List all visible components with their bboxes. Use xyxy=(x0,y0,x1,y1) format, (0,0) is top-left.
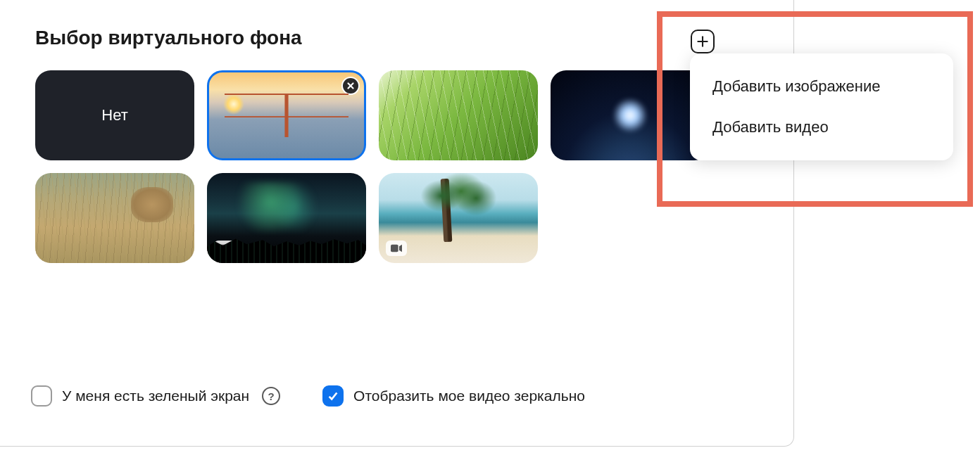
svg-marker-7 xyxy=(399,245,402,252)
panel-title: Выбор виртуального фона xyxy=(35,27,758,49)
add-video-menu-item[interactable]: Добавить видео xyxy=(690,107,953,148)
help-icon[interactable]: ? xyxy=(262,387,280,405)
background-beach-tile[interactable] xyxy=(379,173,538,263)
green-screen-option: У меня есть зеленый экран ? xyxy=(31,385,280,407)
mirror-video-option: Отобразить мое видео зеркально xyxy=(322,385,585,407)
background-cougar-tile[interactable] xyxy=(35,173,194,263)
background-bridge-tile[interactable] xyxy=(207,70,366,160)
virtual-background-panel: Выбор виртуального фона Нет xyxy=(0,0,794,447)
add-image-menu-item[interactable]: Добавить изображение xyxy=(690,66,953,107)
plus-icon xyxy=(696,34,710,49)
svg-rect-4 xyxy=(219,245,227,252)
remove-background-button[interactable] xyxy=(341,77,360,95)
mirror-video-checkbox[interactable] xyxy=(322,385,344,407)
mirror-video-label: Отобразить мое видео зеркально xyxy=(353,388,585,404)
video-camera-icon xyxy=(219,244,230,252)
none-label: Нет xyxy=(101,106,127,124)
video-badge xyxy=(386,241,407,256)
background-aurora-tile[interactable] xyxy=(207,173,366,263)
svg-rect-6 xyxy=(391,245,398,252)
background-grass-tile[interactable] xyxy=(379,70,538,160)
options-row: У меня есть зеленый экран ? Отобразить м… xyxy=(31,385,585,407)
background-earth-tile[interactable] xyxy=(551,70,710,160)
background-none-tile[interactable]: Нет xyxy=(35,70,194,160)
svg-marker-5 xyxy=(227,245,230,252)
video-camera-icon xyxy=(391,244,402,252)
checkmark-icon xyxy=(327,390,339,402)
video-badge xyxy=(214,241,235,256)
green-screen-checkbox[interactable] xyxy=(31,385,52,407)
close-icon xyxy=(346,81,356,91)
add-background-button[interactable] xyxy=(691,30,715,53)
add-dropdown-menu: Добавить изображение Добавить видео xyxy=(690,53,953,160)
green-screen-label: У меня есть зеленый экран xyxy=(62,388,249,404)
background-tiles: Нет xyxy=(35,70,739,263)
